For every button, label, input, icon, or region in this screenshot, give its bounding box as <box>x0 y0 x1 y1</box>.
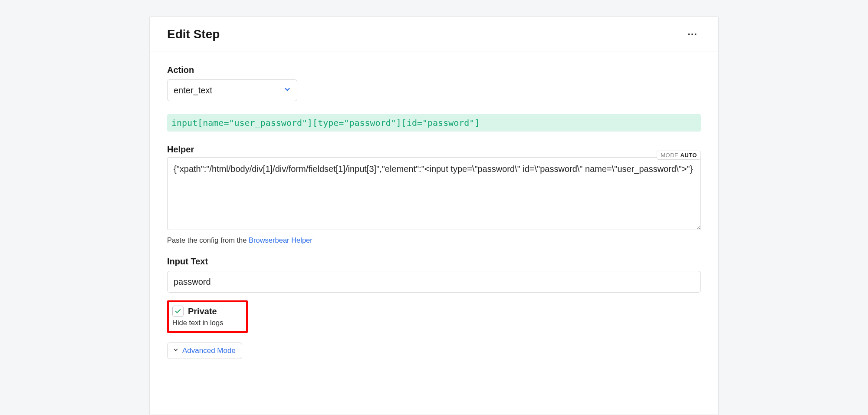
edit-step-panel: Edit Step ··· Action enter_text input[na… <box>149 16 719 415</box>
selector-display: input[name="user_password"][type="passwo… <box>167 114 701 132</box>
private-row: Private <box>172 306 243 317</box>
chevron-down-icon <box>173 346 179 355</box>
action-label: Action <box>167 65 701 75</box>
input-text-field[interactable] <box>167 271 701 293</box>
advanced-mode-button[interactable]: Advanced Mode <box>167 343 242 359</box>
helper-mode-value: AUTO <box>680 152 697 158</box>
helper-mode-prefix: MODE <box>661 152 680 158</box>
helper-label: Helper <box>167 145 194 155</box>
panel-body: Action enter_text input[name="user_passw… <box>150 52 718 371</box>
more-actions-button[interactable]: ··· <box>684 26 701 42</box>
helper-hint-text: Paste the config from the <box>167 236 249 244</box>
advanced-mode-label: Advanced Mode <box>182 346 236 355</box>
input-text-label: Input Text <box>167 257 701 267</box>
panel-title: Edit Step <box>167 27 220 41</box>
check-icon <box>174 308 181 315</box>
helper-mode-toggle[interactable]: MODE AUTO <box>657 151 701 160</box>
panel-header: Edit Step ··· <box>150 17 718 52</box>
helper-label-row: Helper MODE AUTO <box>167 145 701 157</box>
action-select[interactable]: enter_text <box>167 79 297 101</box>
helper-hint: Paste the config from the Browserbear He… <box>167 236 701 244</box>
private-checkbox[interactable] <box>172 306 184 317</box>
action-select-value: enter_text <box>174 86 212 96</box>
helper-hint-link[interactable]: Browserbear Helper <box>249 236 312 244</box>
private-hint: Hide text in logs <box>172 319 243 327</box>
private-section-highlight: Private Hide text in logs <box>167 300 248 333</box>
private-label: Private <box>188 306 217 316</box>
helper-textarea[interactable] <box>167 157 701 230</box>
